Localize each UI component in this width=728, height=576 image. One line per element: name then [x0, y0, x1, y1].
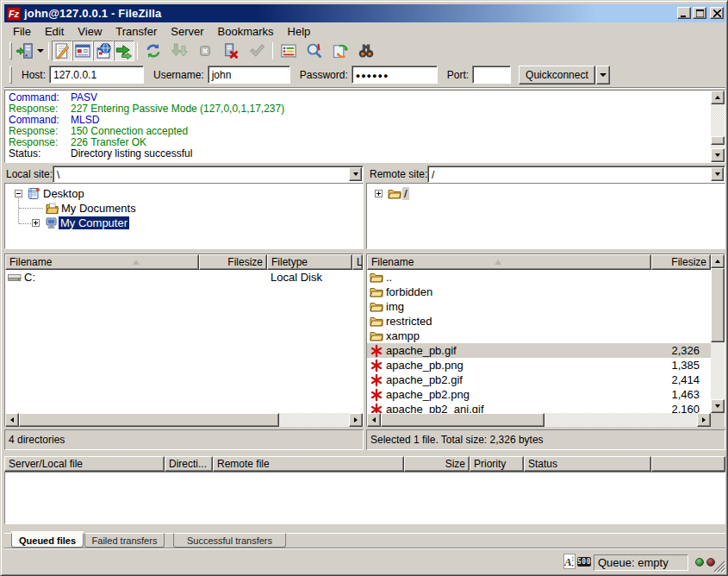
quickconnect-dropdown[interactable]	[596, 66, 610, 85]
column-header-direction[interactable]: Directi...	[165, 456, 213, 472]
file-row[interactable]: apache_pb.png 1,385	[367, 358, 711, 373]
queue-status-panel: Queue: empty	[594, 554, 688, 571]
menu-bar: File Edit View Transfer Server Bookmarks…	[4, 22, 725, 40]
file-row[interactable]: forbidden	[367, 285, 711, 299]
expand-icon[interactable]	[375, 190, 383, 197]
tree-item-my-documents[interactable]: My Documents	[45, 201, 138, 216]
minimize-button[interactable]	[677, 7, 691, 19]
tab-queued-files[interactable]: Queued files	[11, 533, 84, 548]
scroll-up-button[interactable]	[711, 254, 725, 268]
process-queue-button[interactable]	[166, 41, 192, 61]
file-row-c-drive[interactable]: C: Local Disk	[5, 270, 363, 285]
status-bar: A 500 Queue: empty	[4, 548, 725, 573]
port-input[interactable]	[472, 66, 511, 84]
cancel-button[interactable]	[192, 41, 218, 61]
scrollbar-thumb[interactable]	[19, 413, 279, 427]
menu-server[interactable]: Server	[164, 23, 210, 40]
directory-comparison-button[interactable]	[302, 41, 327, 61]
resize-grip[interactable]	[712, 560, 725, 573]
reconnect-button[interactable]	[244, 41, 270, 61]
password-input[interactable]: ●●●●●●	[352, 66, 438, 84]
title-bar: Fz john@127.0.0.1 - FileZilla	[4, 4, 725, 22]
scrollbar-thumb[interactable]	[711, 268, 725, 342]
toggle-transfer-queue-button[interactable]	[114, 41, 134, 61]
tab-failed-transfers[interactable]: Failed transfers	[84, 533, 165, 548]
remote-vertical-scrollbar[interactable]	[711, 254, 725, 413]
combo-dropdown-icon[interactable]	[349, 167, 362, 181]
menu-transfer[interactable]: Transfer	[109, 23, 164, 40]
column-header-remote-file[interactable]: Remote file	[213, 456, 404, 472]
scrollbar-thumb[interactable]	[711, 136, 725, 145]
file-row[interactable]: apache_pb2_ani.gif 2,160	[367, 402, 711, 413]
message-log: Command:PASV Response:227 Entering Passi…	[4, 90, 725, 163]
scroll-left-button[interactable]	[367, 413, 381, 427]
close-button[interactable]	[710, 7, 724, 19]
scroll-right-button[interactable]	[697, 413, 711, 427]
menu-view[interactable]: View	[71, 23, 109, 40]
site-manager-button[interactable]	[15, 41, 35, 61]
scroll-up-button[interactable]	[711, 91, 725, 104]
menu-bookmarks[interactable]: Bookmarks	[211, 23, 281, 40]
toggle-local-tree-button[interactable]	[72, 41, 93, 61]
scrollbar-thumb[interactable]	[381, 413, 544, 427]
tree-item-root[interactable]: /	[375, 186, 409, 201]
tree-connector-line	[19, 208, 43, 209]
toggle-remote-tree-button[interactable]	[93, 41, 114, 61]
maximize-button[interactable]	[693, 7, 706, 19]
local-tree: Desktop My Documents My Computer	[4, 183, 364, 249]
menu-edit[interactable]: Edit	[38, 23, 71, 40]
refresh-button[interactable]	[140, 41, 166, 61]
combo-dropdown-icon[interactable]	[711, 167, 724, 181]
synchronized-browsing-button[interactable]	[327, 41, 353, 61]
site-manager-dropdown[interactable]	[35, 41, 46, 61]
file-row[interactable]: apache_pb2.gif 2,414	[367, 373, 711, 387]
local-site-combo[interactable]: \	[53, 166, 364, 183]
directory-listing-filters-button[interactable]	[276, 41, 302, 61]
collapse-icon[interactable]	[15, 190, 22, 197]
tree-item-desktop[interactable]: Desktop	[15, 186, 86, 201]
site-manager-icon	[16, 42, 34, 59]
file-row[interactable]: ..	[367, 270, 711, 285]
log-scrollbar[interactable]	[711, 91, 725, 162]
local-horizontal-scrollbar[interactable]	[5, 413, 363, 427]
file-row[interactable]: apache_pb2.png 1,463	[367, 387, 711, 402]
scroll-down-button[interactable]	[711, 399, 725, 413]
username-input[interactable]: john	[208, 66, 290, 84]
file-row[interactable]: restricted	[367, 314, 711, 329]
menu-help[interactable]: Help	[281, 23, 318, 40]
column-header-priority[interactable]: Priority	[470, 456, 524, 472]
tab-successful-transfers[interactable]: Successful transfers	[173, 533, 286, 548]
expand-icon[interactable]	[32, 219, 40, 227]
column-header-filename[interactable]: Filename	[5, 254, 199, 270]
find-files-button[interactable]	[353, 41, 379, 61]
port-label: Port:	[447, 69, 469, 81]
file-row[interactable]: img	[367, 299, 711, 314]
column-header-server-local-file[interactable]: Server/Local file	[4, 456, 165, 472]
remote-site-combo[interactable]: /	[427, 166, 725, 183]
scroll-left-button[interactable]	[5, 413, 19, 427]
scroll-down-button[interactable]	[711, 148, 725, 162]
scroll-right-button[interactable]	[349, 413, 363, 427]
remote-horizontal-scrollbar[interactable]	[367, 413, 711, 427]
folder-icon	[387, 187, 402, 201]
file-row-selected[interactable]: apache_pb.gif 2,326	[367, 343, 711, 358]
column-header-filetype[interactable]: Filetype	[267, 254, 352, 270]
quickconnect-button[interactable]: Quickconnect	[519, 66, 595, 85]
column-header-last-modified[interactable]: L	[352, 254, 363, 270]
host-input[interactable]: 127.0.0.1	[49, 66, 144, 84]
menu-file[interactable]: File	[6, 23, 38, 40]
disconnect-button[interactable]	[218, 41, 244, 61]
transfer-type-icon[interactable]: A	[563, 554, 576, 569]
column-header-filesize[interactable]: Filesize	[651, 254, 711, 270]
column-header-filesize[interactable]: Filesize	[199, 254, 267, 270]
speed-limit-icon[interactable]: 500	[577, 557, 591, 567]
synchronized-browsing-icon	[332, 42, 349, 59]
my-documents-icon	[45, 202, 59, 216]
file-row[interactable]: xampp	[367, 329, 711, 343]
column-header-size[interactable]: Size	[404, 456, 470, 472]
column-header-filename[interactable]: Filename	[367, 254, 651, 270]
local-list-headers: Filename Filesize Filetype L	[5, 254, 363, 270]
tree-item-my-computer[interactable]: My Computer	[32, 216, 129, 230]
toggle-message-log-button[interactable]	[52, 41, 72, 61]
column-header-status[interactable]: Status	[524, 456, 651, 472]
